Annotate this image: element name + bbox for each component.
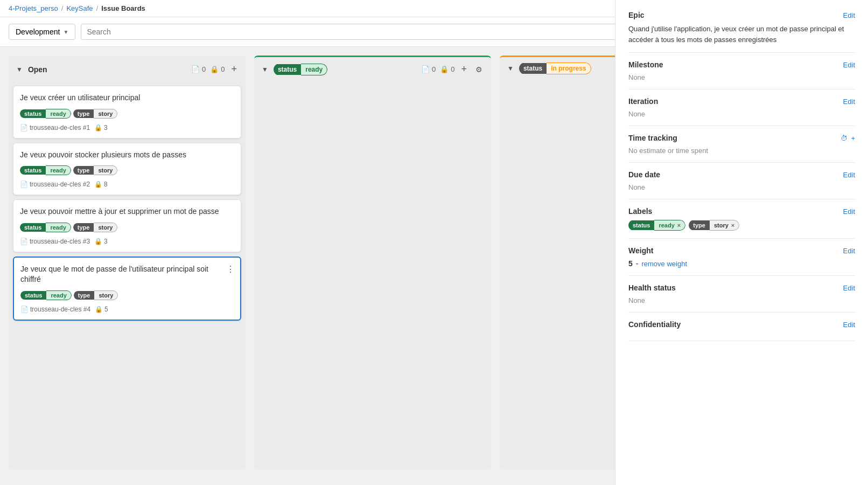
health-status-edit-btn[interactable]: Edit — [843, 284, 855, 292]
open-column-title: Open — [28, 65, 47, 74]
task-count-icon: 🔒 — [94, 181, 102, 188]
ready-add-btn[interactable]: + — [459, 63, 469, 76]
due-date-section: Due date Edit None — [628, 163, 855, 199]
weight-title: Weight — [628, 246, 653, 255]
inprogress-badge-val: in progress — [547, 63, 591, 74]
panel-label-status: status ready × — [628, 220, 685, 231]
remove-status-label-btn[interactable]: × — [677, 222, 681, 228]
ready-doc-count: 0 — [432, 65, 436, 73]
card-labels: status ready type story — [20, 108, 234, 120]
confidentiality-title: Confidentiality — [628, 320, 681, 329]
epic-title: Epic — [628, 11, 645, 19]
open-task-count: 0 — [221, 65, 225, 73]
time-tracking-timer-btn[interactable]: ⏱ — [841, 134, 848, 142]
card-ref: trousseau-de-cles #2 — [30, 181, 90, 188]
doc-icon: 📄 — [191, 65, 200, 73]
panel-label-status-key: status — [628, 220, 654, 230]
weight-value: 5 — [628, 259, 633, 268]
labels-section: Labels Edit status ready × type story × — [628, 199, 855, 239]
card-footer: 📄 trousseau-de-cles #3 🔒 3 — [20, 238, 234, 245]
doc-icon: 📄 — [421, 65, 430, 73]
task-icon: 🔒 — [210, 65, 219, 73]
column-header-ready: ▼ status ready 📄 0 🔒 0 + ⚙ — [254, 56, 491, 81]
card-ref: trousseau-de-cles #1 — [30, 124, 90, 131]
iteration-section: Iteration Edit None — [628, 89, 855, 126]
collapse-inprogress-btn[interactable]: ▼ — [506, 64, 515, 73]
ready-badge-key: status — [274, 64, 301, 75]
panel-label-type-val: story × — [710, 220, 739, 231]
time-tracking-add-btn[interactable]: + — [851, 134, 855, 142]
chevron-down-icon: ▼ — [64, 29, 69, 35]
column-ready: ▼ status ready 📄 0 🔒 0 + ⚙ — [254, 56, 491, 469]
open-column-body: Je veux créer un utilisateur principal s… — [9, 81, 246, 469]
due-date-title: Due date — [628, 170, 660, 179]
doc-icon: 📄 — [20, 124, 28, 131]
card-task-count: 3 — [104, 238, 108, 245]
table-row[interactable]: ⋮ Je veux que le mot de passe de l'utili… — [13, 257, 241, 321]
card-title: Je veux pouvoir stocker plusieurs mots d… — [20, 150, 234, 161]
card-task-count: 3 — [104, 124, 108, 131]
breadcrumb-project[interactable]: 4-Projets_perso — [9, 4, 58, 12]
card-title: Je veux pouvoir mettre à jour et supprim… — [20, 206, 234, 217]
task-count-icon: 🔒 — [95, 306, 103, 313]
type-label: type story — [73, 108, 118, 120]
table-row[interactable]: Je veux créer un utilisateur principal s… — [13, 86, 241, 138]
card-footer: 📄 trousseau-de-cles #2 🔒 8 — [20, 181, 234, 188]
task-count-icon: 🔒 — [94, 124, 102, 131]
time-tracking-title: Time tracking — [628, 134, 677, 142]
type-label: type story — [73, 164, 118, 176]
development-dropdown[interactable]: Development ▼ — [9, 24, 75, 40]
ready-settings-btn[interactable]: ⚙ — [473, 64, 485, 75]
card-task-count: 5 — [104, 306, 108, 313]
status-label: status ready — [20, 221, 71, 233]
open-doc-count: 0 — [202, 65, 206, 73]
inprogress-status-badge: status in progress — [519, 63, 591, 74]
weight-edit-btn[interactable]: Edit — [843, 247, 855, 255]
confidentiality-edit-btn[interactable]: Edit — [843, 321, 855, 329]
weight-section: Weight Edit 5 - remove weight — [628, 239, 855, 276]
time-tracking-value: No estimate or time spent — [628, 147, 855, 155]
breadcrumb-subproject[interactable]: KeySafe — [66, 4, 93, 12]
ready-task-count: 0 — [451, 65, 454, 73]
breadcrumb-current: Issue Boards — [101, 4, 145, 12]
epic-section: Epic Edit Quand j'utilise l'application,… — [628, 11, 855, 53]
remove-type-label-btn[interactable]: × — [731, 222, 734, 228]
iteration-title: Iteration — [628, 97, 658, 106]
panel-labels: status ready × type story × — [628, 220, 855, 231]
card-task-count: 8 — [104, 181, 108, 188]
task-count-icon: 🔒 — [94, 238, 102, 245]
table-row[interactable]: Je veux pouvoir mettre à jour et supprim… — [13, 199, 241, 252]
column-open: ▼ Open 📄 0 🔒 0 + Je veux créer un utilis… — [9, 56, 246, 469]
panel-label-status-val: ready × — [654, 220, 685, 231]
card-title: Je veux que le mot de passe de l'utilisa… — [20, 264, 234, 285]
doc-icon: 📄 — [20, 238, 28, 245]
card-title: Je veux créer un utilisateur principal — [20, 93, 234, 103]
doc-icon: 📄 — [20, 306, 29, 313]
type-label: type story — [74, 289, 118, 301]
health-status-value: None — [628, 296, 855, 304]
epic-edit-btn[interactable]: Edit — [843, 11, 855, 19]
card-labels: status ready type story — [20, 221, 234, 233]
due-date-edit-btn[interactable]: Edit — [843, 171, 855, 179]
table-row[interactable]: Je veux pouvoir stocker plusieurs mots d… — [13, 143, 241, 196]
type-label: type story — [73, 221, 118, 233]
card-labels: status ready type story — [20, 289, 234, 301]
time-tracking-section: Time tracking ⏱ + No estimate or time sp… — [628, 126, 855, 163]
card-more-btn[interactable]: ⋮ — [225, 263, 236, 275]
ready-column-body — [254, 81, 491, 469]
open-add-btn[interactable]: + — [229, 63, 239, 76]
confidentiality-section: Confidentiality Edit — [628, 313, 855, 341]
column-header-open: ▼ Open 📄 0 🔒 0 + — [9, 56, 246, 81]
labels-edit-btn[interactable]: Edit — [843, 207, 855, 216]
health-status-title: Health status — [628, 283, 676, 292]
remove-weight-link[interactable]: remove weight — [641, 260, 687, 268]
milestone-title: Milestone — [628, 60, 663, 69]
collapse-open-btn[interactable]: ▼ — [15, 65, 24, 74]
health-status-section: Health status Edit None — [628, 276, 855, 313]
panel-label-type: type story × — [689, 220, 739, 231]
milestone-edit-btn[interactable]: Edit — [843, 61, 855, 69]
ready-badge-val: ready — [301, 64, 327, 75]
iteration-edit-btn[interactable]: Edit — [843, 98, 855, 106]
status-label: status ready — [20, 164, 71, 176]
collapse-ready-btn[interactable]: ▼ — [261, 65, 269, 74]
